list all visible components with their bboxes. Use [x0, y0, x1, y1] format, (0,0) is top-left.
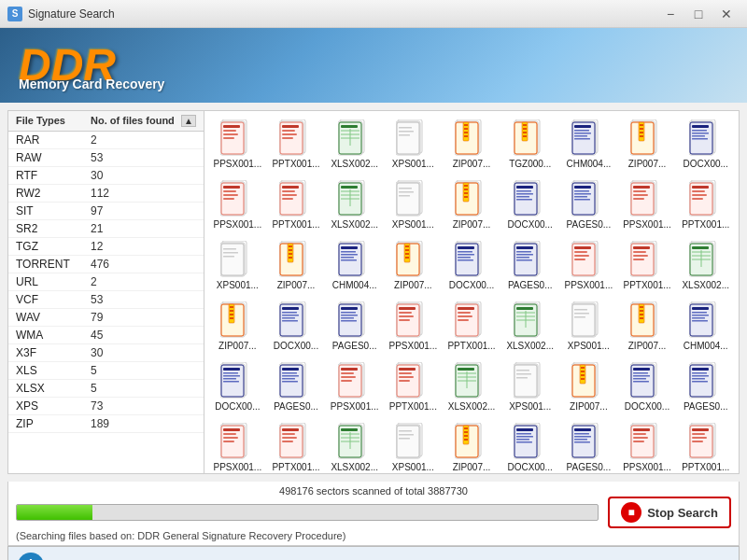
file-icon-item[interactable]: XLSX002... [326, 176, 383, 233]
minimize-button[interactable]: − [657, 5, 684, 23]
file-icon-item[interactable]: ZIP007... [444, 419, 500, 473]
file-type-row[interactable]: X3F30 [8, 344, 204, 362]
file-icon-item[interactable]: ZIP007... [444, 116, 500, 173]
file-icon-item[interactable]: PPSX001... [619, 176, 676, 233]
svg-rect-394 [633, 433, 646, 435]
file-type-row[interactable]: WMA45 [8, 327, 204, 344]
ppt-icon [394, 362, 431, 399]
stop-search-button[interactable]: ■ Stop Search [608, 497, 731, 528]
svg-rect-222 [341, 312, 356, 314]
file-type-row[interactable]: XLSX5 [8, 380, 204, 398]
file-type-row[interactable]: ZIP189 [8, 415, 204, 433]
file-icon-item[interactable]: XPS001... [560, 298, 617, 355]
file-icon-item[interactable]: XPS001... [501, 358, 558, 415]
file-icon-item[interactable]: PPSX001... [326, 358, 383, 415]
file-icon-item[interactable]: PAGES0... [501, 237, 558, 294]
file-icon-item[interactable]: XPS001... [385, 116, 442, 173]
svg-rect-232 [399, 319, 410, 321]
file-icon-item[interactable]: PAGES0... [326, 298, 383, 355]
col-filetype-label: File Types [16, 115, 91, 127]
file-icon-item[interactable]: XLSX002... [444, 358, 500, 415]
file-icon-item[interactable]: TGZ000... [501, 116, 558, 173]
file-icon-item[interactable]: XPS001... [209, 237, 266, 294]
file-icon-item[interactable]: DOCX00... [268, 298, 325, 355]
svg-rect-393 [633, 428, 650, 431]
file-icon-item[interactable]: ZIP007... [444, 176, 500, 233]
scroll-up-button[interactable]: ▲ [181, 115, 196, 127]
file-type-row[interactable]: SR221 [8, 220, 204, 238]
file-icon-item[interactable]: PAGES0... [560, 419, 617, 473]
file-icon-item[interactable]: XLSX002... [677, 237, 734, 294]
file-icon-item[interactable]: ZIP007... [268, 237, 325, 294]
file-type-row[interactable]: RAR2 [8, 132, 204, 149]
file-icon-item[interactable]: XLSX002... [326, 419, 383, 473]
file-icon-label: TGZ000... [509, 159, 551, 169]
file-type-row[interactable]: WAV79 [8, 309, 204, 327]
file-icon-item[interactable]: XPS001... [385, 176, 442, 233]
svg-rect-126 [633, 198, 644, 200]
file-icon-item[interactable]: DOCX00... [444, 237, 500, 294]
file-icon-item[interactable]: CHM004... [326, 237, 383, 294]
file-icon-item[interactable]: DOCX00... [501, 176, 558, 233]
svg-rect-111 [516, 199, 532, 201]
file-icon-item[interactable]: PPTX001... [619, 237, 676, 294]
svg-rect-277 [223, 381, 239, 383]
file-icon-item[interactable]: PPSX001... [209, 116, 266, 173]
file-icon-label: CHM004... [332, 280, 377, 290]
file-icon-item[interactable]: PPTX001... [268, 176, 325, 233]
file-icon-item[interactable]: ZIP007... [209, 298, 266, 355]
file-icon-item[interactable]: PPSX001... [385, 298, 442, 355]
file-icon-item[interactable]: DOCX00... [677, 116, 734, 173]
maximize-button[interactable]: □ [685, 5, 712, 23]
file-icon-item[interactable]: PPTX001... [444, 298, 500, 355]
file-icon-item[interactable]: ZIP007... [560, 358, 617, 415]
file-icon-item[interactable]: DOCX00... [209, 358, 266, 415]
file-icon-item[interactable]: PAGES0... [677, 358, 734, 415]
file-icon-item[interactable]: CHM004... [677, 298, 734, 355]
file-icon-label: PPTX001... [272, 462, 319, 472]
file-icon-item[interactable]: XPS001... [385, 419, 442, 473]
close-button[interactable]: ✕ [713, 5, 740, 23]
file-type-row[interactable]: RAW53 [8, 149, 204, 167]
svg-rect-296 [399, 368, 416, 371]
svg-rect-65 [692, 133, 709, 134]
file-icon-item[interactable]: ZIP007... [619, 116, 676, 173]
file-icon-item[interactable]: XLSX002... [501, 298, 558, 355]
file-icon-item[interactable]: PPTX001... [677, 419, 734, 473]
blank-icon [394, 423, 431, 460]
file-icon-item[interactable]: PPSX001... [209, 419, 266, 473]
file-icon-item[interactable]: PPSX001... [619, 419, 676, 473]
file-icon-item[interactable]: PAGES0... [560, 176, 617, 233]
file-type-row[interactable]: SIT97 [8, 203, 204, 220]
file-icon-item[interactable]: PPSX001... [209, 176, 266, 233]
file-icon-item[interactable]: PPTX001... [677, 176, 734, 233]
file-type-row[interactable]: TORRENT476 [8, 256, 204, 273]
file-type-name: RW2 [16, 187, 91, 200]
file-icon-item[interactable]: PAGES0... [268, 358, 325, 415]
file-icon-label: PAGES0... [274, 401, 318, 412]
file-icon-item[interactable]: CHM004... [560, 116, 617, 173]
file-icon-item[interactable]: ZIP007... [385, 237, 442, 294]
file-icon-item[interactable]: ZIP007... [619, 298, 676, 355]
files-grid[interactable]: PPSX001... PPTX001... XLSX002... XPS001.… [204, 111, 739, 473]
file-icon-item[interactable]: PPTX001... [385, 358, 442, 415]
svg-rect-124 [633, 190, 646, 192]
svg-rect-299 [399, 380, 410, 382]
file-icon-item[interactable]: DOCX00... [501, 419, 558, 473]
file-type-row[interactable]: XPS73 [8, 398, 204, 415]
svg-rect-107 [516, 186, 533, 189]
file-type-row[interactable]: URL2 [8, 273, 204, 291]
file-type-row[interactable]: XLS5 [8, 362, 204, 380]
file-type-row[interactable]: TGZ12 [8, 238, 204, 256]
file-type-row[interactable]: RW2112 [8, 185, 204, 203]
file-icon-item[interactable]: DOCX00... [619, 358, 676, 415]
zip-icon [628, 119, 666, 157]
file-icon-item[interactable]: PPSX001... [560, 237, 617, 294]
file-icon-item[interactable]: XLSX002... [326, 116, 383, 173]
svg-rect-216 [282, 317, 295, 319]
app-icon: S [7, 7, 22, 21]
file-icon-item[interactable]: PPTX001... [268, 116, 325, 173]
file-icon-item[interactable]: PPTX001... [268, 419, 325, 473]
file-type-row[interactable]: RTF30 [8, 167, 204, 185]
file-type-row[interactable]: VCF53 [8, 291, 204, 309]
